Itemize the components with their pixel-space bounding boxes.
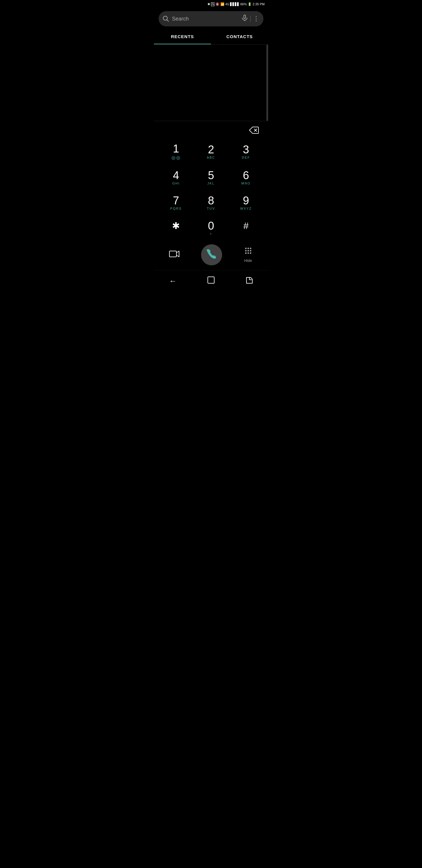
dialpad-key-4[interactable]: 4 GHI — [159, 165, 193, 190]
dialpad-key-8[interactable]: 8 TUV — [193, 190, 228, 216]
phone-icon — [206, 248, 217, 261]
dialpad-key-3[interactable]: 3 DEF — [229, 138, 263, 165]
dialpad-key-0[interactable]: 0 + — [193, 216, 228, 241]
search-bar-container: Search ⋮ — [154, 8, 268, 29]
bluetooth-icon: ✱ — [207, 2, 210, 6]
dialpad-key-6[interactable]: 6 MNO — [229, 165, 263, 190]
hide-label: Hide — [244, 258, 252, 263]
content-area — [154, 44, 268, 121]
nav-bar: ← — [154, 270, 268, 292]
search-placeholder: Search — [172, 16, 238, 22]
svg-point-12 — [250, 250, 251, 252]
dialpad-key-2[interactable]: 2 ABC — [193, 138, 228, 165]
dialpad-key-9[interactable]: 9 WXYZ — [229, 190, 263, 216]
tab-contacts[interactable]: CONTACTS — [211, 29, 268, 44]
svg-rect-6 — [169, 251, 176, 257]
back-button[interactable]: ← — [167, 275, 178, 287]
overflow-menu-icon[interactable]: ⋮ — [253, 15, 259, 23]
backspace-row — [154, 121, 268, 138]
tabs-bar: RECENTS CONTACTS — [154, 29, 268, 44]
hide-dialpad-button[interactable]: Hide — [244, 247, 253, 262]
svg-point-11 — [247, 250, 249, 252]
mute-icon: 🔇 — [216, 2, 220, 6]
tab-recents[interactable]: RECENTS — [154, 29, 211, 44]
mic-icon[interactable] — [241, 15, 248, 23]
backspace-button[interactable] — [247, 124, 261, 138]
svg-rect-16 — [208, 277, 214, 283]
home-button[interactable] — [205, 275, 217, 288]
wifi-icon: 📶 — [220, 2, 225, 6]
dialpad-grid: 1 ◎◎ 2 ABC 3 DEF 4 GHI 5 JKL 6 MNO — [154, 138, 268, 241]
dialpad-section: 1 ◎◎ 2 ABC 3 DEF 4 GHI 5 JKL 6 MNO — [154, 121, 268, 270]
svg-line-1 — [167, 20, 168, 22]
dialpad-key-hash[interactable]: # — [229, 216, 263, 241]
search-right-icons: ⋮ — [241, 15, 259, 23]
svg-point-14 — [247, 252, 249, 254]
svg-point-7 — [245, 248, 247, 249]
svg-point-13 — [245, 252, 247, 254]
dialpad-grid-icon — [244, 247, 253, 257]
nfc-icon: N — [211, 2, 214, 6]
svg-rect-2 — [244, 15, 246, 19]
signal-icon: ▋▋▋▋ — [230, 2, 239, 6]
search-divider — [250, 16, 251, 22]
video-icon — [169, 250, 180, 260]
action-row: Hide — [154, 241, 268, 270]
dialpad-key-star[interactable]: ✱ — [159, 216, 193, 241]
video-call-button[interactable] — [169, 250, 180, 260]
dialpad-key-5[interactable]: 5 JKL — [193, 165, 228, 190]
scrollbar[interactable] — [266, 44, 268, 121]
dialpad-key-7[interactable]: 7 PQRS — [159, 190, 193, 216]
svg-point-10 — [245, 250, 247, 252]
search-icon — [163, 16, 169, 22]
recents-button[interactable] — [244, 275, 255, 288]
lte-icon: 4G — [225, 3, 229, 6]
dialpad-key-1[interactable]: 1 ◎◎ — [159, 138, 193, 165]
svg-point-9 — [250, 248, 251, 249]
svg-point-8 — [247, 248, 249, 249]
search-bar[interactable]: Search ⋮ — [159, 11, 263, 26]
svg-point-15 — [250, 252, 251, 254]
battery-percent: 66% — [240, 2, 247, 6]
call-button[interactable] — [201, 244, 222, 266]
time-display: 2:35 PM — [253, 2, 265, 6]
status-icons: ✱ N 🔇 📶 4G ▋▋▋▋ 66% 🔋 2:35 PM — [207, 2, 265, 6]
battery-icon: 🔋 — [248, 2, 252, 6]
status-bar: ✱ N 🔇 📶 4G ▋▋▋▋ 66% 🔋 2:35 PM — [154, 0, 268, 8]
